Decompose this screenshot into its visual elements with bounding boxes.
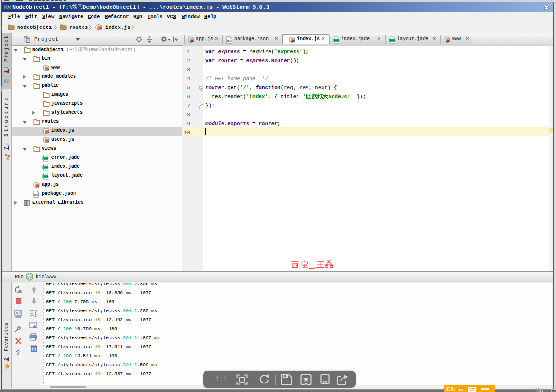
svg-text:Jade: Jade bbox=[389, 39, 395, 42]
svg-text:Jade: Jade bbox=[43, 175, 48, 178]
svg-text:JS: JS bbox=[446, 39, 450, 42]
svg-text:JSON: JSON bbox=[33, 193, 39, 196]
svg-text:JSON: JSON bbox=[226, 39, 232, 42]
svg-text:Jade: Jade bbox=[334, 39, 339, 42]
svg-text:S: S bbox=[8, 79, 11, 84]
svg-text:JS: JS bbox=[45, 139, 49, 143]
svg-text:S: S bbox=[8, 5, 11, 10]
svg-text:JS: JS bbox=[28, 275, 31, 278]
svg-text:JS: JS bbox=[36, 184, 39, 188]
svg-text:JS: JS bbox=[291, 39, 295, 42]
svg-text:JS: JS bbox=[98, 27, 102, 30]
svg-text:Jade: Jade bbox=[43, 166, 48, 169]
svg-text:Jade: Jade bbox=[43, 157, 48, 160]
svg-text:JS: JS bbox=[45, 130, 49, 134]
svg-text:JS: JS bbox=[45, 67, 49, 71]
svg-text:JS: JS bbox=[190, 39, 194, 42]
